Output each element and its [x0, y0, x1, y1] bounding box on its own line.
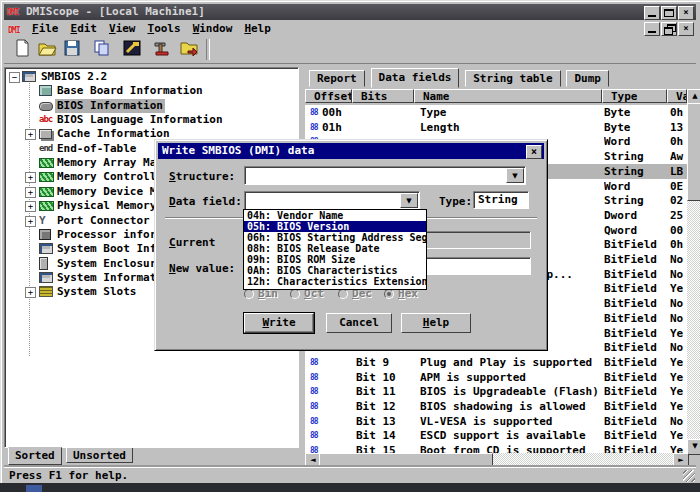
tree-item-base-board-information[interactable]: Base Board Information: [5, 84, 295, 98]
new-file-button[interactable]: [10, 39, 33, 61]
enclosure-icon: [39, 257, 48, 270]
cell-value: No: [670, 311, 687, 326]
tools-icon: [152, 39, 172, 61]
table-row[interactable]: 88Bit 12BIOS shadowing is allowedBitFiel…: [305, 399, 687, 414]
type-label: Type:: [439, 195, 472, 208]
dropdown-item[interactable]: 0Ah: BIOS Characteristics: [244, 265, 426, 276]
table-row[interactable]: 88Bit 14ESCD support is availableBitFiel…: [305, 428, 687, 443]
chevron-down-icon[interactable]: ▼: [506, 168, 524, 183]
menu-item-file[interactable]: File: [26, 20, 65, 37]
cell-offset: 00h: [322, 105, 354, 120]
data-field-combobox[interactable]: 04h: Vendor Name ▼: [244, 191, 420, 210]
dropdown-item[interactable]: 05h: BIOS Version: [244, 221, 426, 232]
tab-data-fields[interactable]: Data fields: [371, 68, 460, 88]
maximize-button[interactable]: [661, 6, 677, 20]
cell-bits: Bit 10: [356, 370, 418, 385]
cell-type: String: [604, 149, 668, 164]
menu-item-window[interactable]: Window: [187, 20, 239, 37]
cell-type: BitField: [604, 443, 668, 453]
menu-item-help[interactable]: Help: [238, 20, 277, 37]
tab-dump[interactable]: Dump: [566, 70, 609, 87]
expand-icon[interactable]: +: [25, 201, 36, 212]
table-row[interactable]: 8800hTypeByte0h: [305, 105, 687, 120]
tab-unsorted[interactable]: Unsorted: [66, 448, 133, 463]
column-header-name[interactable]: Name: [414, 89, 602, 103]
tree-item-bios-information[interactable]: BIOS Information: [5, 99, 295, 113]
child-minimize-button[interactable]: [644, 22, 660, 36]
menu-item-tools[interactable]: Tools: [142, 20, 187, 37]
minimize-button[interactable]: [644, 6, 660, 20]
column-header-bits[interactable]: Bits: [352, 89, 414, 103]
table-row[interactable]: 88Bit 9Plug and Play is supportedBitFiel…: [305, 355, 687, 370]
expand-icon[interactable]: +: [25, 187, 36, 198]
slots-icon: [39, 286, 53, 297]
cell-bits: Bit 13: [356, 414, 418, 429]
tab-report[interactable]: Report: [309, 70, 365, 87]
copy-button[interactable]: [90, 39, 113, 61]
open-file-button[interactable]: [35, 39, 58, 61]
write-dmi-icon: [122, 39, 142, 61]
help-button[interactable]: Help: [401, 313, 471, 333]
tab-sorted[interactable]: Sorted: [8, 447, 62, 465]
dropdown-item[interactable]: 09h: BIOS ROM Size: [244, 254, 426, 265]
dropdown-item[interactable]: 04h: Vendor Name: [244, 210, 426, 221]
dropdown-item[interactable]: 08h: BIOS Release Date: [244, 243, 426, 254]
vertical-scroll-thumb[interactable]: [687, 103, 700, 201]
collapse-icon[interactable]: −: [9, 72, 20, 83]
copy-icon: [92, 39, 112, 61]
cell-bits: Bit 14: [356, 428, 418, 443]
toolbar: [4, 37, 696, 64]
chevron-down-icon[interactable]: ▼: [400, 193, 418, 208]
window-title: DMIScope - [Local Machine1]: [26, 4, 205, 20]
tree-item-smbios-2-2[interactable]: −SMBIOS 2.2: [5, 70, 295, 84]
cell-type: BitField: [604, 281, 668, 296]
tools-button[interactable]: [150, 39, 173, 61]
cell-type: Word: [604, 179, 668, 194]
field-bits-icon: 88: [310, 431, 318, 440]
export-button[interactable]: [177, 39, 200, 61]
column-header-va[interactable]: Va: [667, 89, 687, 103]
expand-icon[interactable]: +: [25, 287, 36, 298]
dialog-titlebar[interactable]: Write SMBIOS (DMI) data ×: [158, 143, 544, 159]
status-bar: Press F1 for help.: [4, 467, 696, 483]
tree-item-bios-language-information[interactable]: abcBIOS Language Information: [5, 113, 295, 127]
menu-item-edit[interactable]: Edit: [65, 20, 104, 37]
cell-type: BitField: [604, 414, 668, 429]
write-button[interactable]: Write: [244, 313, 314, 333]
tree-item-label: BIOS Information: [55, 99, 165, 113]
dropdown-item[interactable]: 06h: BIOS Starting Address Segme: [244, 232, 426, 243]
cell-value: No: [670, 252, 687, 267]
menu-item-view[interactable]: View: [103, 20, 142, 37]
column-header-type[interactable]: Type: [602, 89, 667, 103]
table-row[interactable]: 88Bit 10APM is supportedBitFieldYe: [305, 370, 687, 385]
table-row[interactable]: 88Bit 15Boot from CD is supportedBitFiel…: [305, 443, 687, 453]
bios-icon: [39, 102, 53, 111]
port-icon: Y: [39, 215, 53, 226]
radio-dot-icon: [290, 289, 300, 299]
column-header-offset[interactable]: Offset: [305, 89, 352, 103]
cell-value: No: [670, 267, 687, 282]
write-dmi-button[interactable]: [120, 39, 143, 61]
cell-type: BitField: [604, 252, 668, 267]
cell-name: APM is supported: [420, 370, 602, 385]
expand-icon[interactable]: +: [25, 129, 36, 140]
table-row[interactable]: 88Bit 11BIOS is Upgradeable (Flash)BitFi…: [305, 384, 687, 399]
cell-value: Ye: [670, 443, 687, 453]
child-close-button[interactable]: ×: [678, 22, 694, 36]
cell-value: 0h: [670, 105, 687, 120]
tab-string-table[interactable]: String table: [465, 70, 560, 87]
table-row[interactable]: 8801hLengthByte13: [305, 120, 687, 135]
close-button[interactable]: ×: [678, 6, 694, 20]
structure-combobox[interactable]: Type 0: BIOS Information ▼: [244, 166, 526, 185]
child-restore-button[interactable]: [661, 22, 677, 36]
save-file-button[interactable]: [60, 39, 83, 61]
expand-icon[interactable]: +: [25, 172, 36, 183]
export-icon: [179, 39, 199, 61]
table-row[interactable]: 88Bit 13VL-VESA is supportedBitFieldNo: [305, 414, 687, 429]
cell-type: BitField: [604, 237, 668, 252]
dialog-close-icon[interactable]: ×: [526, 145, 542, 159]
resize-grip[interactable]: [683, 470, 695, 482]
expand-icon[interactable]: +: [25, 216, 36, 227]
cancel-button[interactable]: Cancel: [326, 313, 392, 333]
dropdown-item[interactable]: 12h: Characteristics Extension 1: [244, 276, 426, 287]
